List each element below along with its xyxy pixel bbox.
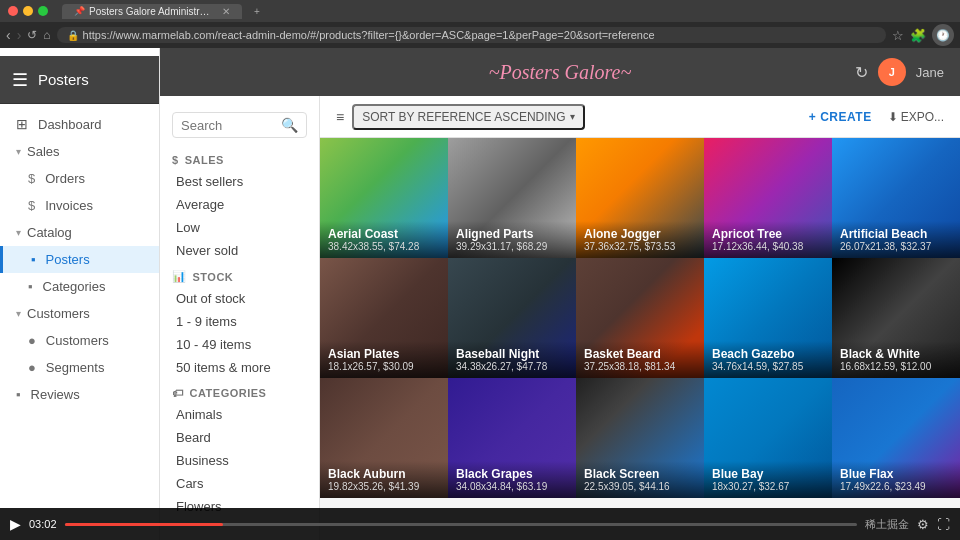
filter-option-50-more[interactable]: 50 items & more [160, 356, 319, 379]
tab-title: Posters Galore Administration [89, 6, 214, 17]
create-button[interactable]: + CREATE [801, 106, 880, 128]
card-subtitle: 26.07x21.38, $32.37 [840, 241, 952, 252]
sidebar-item-dashboard[interactable]: ⊞ Dashboard [0, 110, 159, 138]
filter-option-1-9[interactable]: 1 - 9 items [160, 310, 319, 333]
sidebar-group-catalog[interactable]: ▾ Catalog [0, 219, 159, 246]
filter-option-beard[interactable]: Beard [160, 426, 319, 449]
chevron-sales-icon: ▾ [16, 146, 21, 157]
ssl-icon: 🔒 [67, 30, 79, 41]
product-card-basket-beard[interactable]: Basket Beard 37.25x38.18, $81.34 [576, 258, 704, 378]
card-title: Aerial Coast [328, 227, 440, 241]
card-title: Basket Beard [584, 347, 696, 361]
sidebar-label: Categories [43, 279, 106, 294]
product-card-black-white[interactable]: Black & White 16.68x12.59, $12.00 [832, 258, 960, 378]
play-button[interactable]: ▶ [10, 516, 21, 532]
filter-option-animals[interactable]: Animals [160, 403, 319, 426]
sidebar-label-customers: Customers [46, 333, 109, 348]
person-icon: ● [28, 333, 36, 348]
download-icon: ⬇ [888, 110, 898, 124]
sidebar-item-categories[interactable]: ▪ Categories [0, 273, 159, 300]
search-input[interactable] [181, 118, 277, 133]
url-input[interactable] [83, 29, 876, 41]
sidebar-item-orders[interactable]: $ Orders [0, 165, 159, 192]
extensions-icon[interactable]: 🧩 [910, 28, 926, 43]
sort-button[interactable]: SORT BY REFERENCE ASCENDING ▾ [352, 104, 584, 130]
sales-filter-title: SALES [185, 154, 224, 166]
plus-icon: + [809, 110, 817, 124]
sidebar-label: Dashboard [38, 117, 102, 132]
card-subtitle: 34.38x26.27, $47.78 [456, 361, 568, 372]
home-button[interactable]: ⌂ [43, 28, 50, 42]
card-title: Artificial Beach [840, 227, 952, 241]
dashboard-icon: ⊞ [16, 116, 28, 132]
product-card-black-auburn[interactable]: Black Auburn 19.82x35.26, $41.39 [320, 378, 448, 498]
filter-option-business[interactable]: Business [160, 449, 319, 472]
dollar-icon: $ [28, 171, 35, 186]
sort-filter-icon: ≡ [336, 109, 344, 125]
watermark-text: 稀土掘金 [865, 517, 909, 532]
sidebar: ☰ Posters ⊞ Dashboard ▾ Sales $ Orders $… [0, 48, 160, 540]
card-subtitle: 34.76x14.59, $27.85 [712, 361, 824, 372]
filter-section-sales: $ SALES [160, 146, 319, 170]
product-card-aligned-parts[interactable]: Aligned Parts 39.29x31.17, $68.29 [448, 138, 576, 258]
filter-option-out-of-stock[interactable]: Out of stock [160, 287, 319, 310]
hamburger-icon[interactable]: ☰ [12, 69, 28, 91]
card-title: Baseball Night [456, 347, 568, 361]
product-card-black-screen[interactable]: Black Screen 22.5x39.05, $44.16 [576, 378, 704, 498]
sidebar-label-segments: Segments [46, 360, 105, 375]
avatar[interactable]: J [878, 58, 906, 86]
product-card-blue-bay[interactable]: Blue Bay 18x30.27, $32.67 [704, 378, 832, 498]
filter-option-best-sellers[interactable]: Best sellers [160, 170, 319, 193]
filter-option-10-49[interactable]: 10 - 49 items [160, 333, 319, 356]
product-card-asian-plates[interactable]: Asian Plates 18.1x26.57, $30.09 [320, 258, 448, 378]
search-icon: 🔍 [281, 117, 298, 133]
product-card-blue-flax[interactable]: Blue Flax 17.49x22.6, $23.49 [832, 378, 960, 498]
product-card-beach-gazebo[interactable]: Beach Gazebo 34.76x14.59, $27.85 [704, 258, 832, 378]
product-card-aerial-coast[interactable]: Aerial Coast 38.42x38.55, $74.28 [320, 138, 448, 258]
sidebar-item-reviews[interactable]: ▪ Reviews [0, 381, 159, 408]
product-card-apricot-tree[interactable]: Apricot Tree 17.12x36.44, $40.38 [704, 138, 832, 258]
card-subtitle: 22.5x39.05, $44.16 [584, 481, 696, 492]
bookmark-icon[interactable]: ☆ [892, 28, 904, 43]
sidebar-item-invoices[interactable]: $ Invoices [0, 192, 159, 219]
filter-option-low[interactable]: Low [160, 216, 319, 239]
filter-option-never-sold[interactable]: Never sold [160, 239, 319, 262]
video-time: 03:02 [29, 518, 57, 530]
settings-icon[interactable]: ⚙ [917, 517, 929, 532]
filter-option-average[interactable]: Average [160, 193, 319, 216]
card-title: Black Auburn [328, 467, 440, 481]
fullscreen-icon[interactable]: ⛶ [937, 517, 950, 532]
product-card-baseball-night[interactable]: Baseball Night 34.38x26.27, $47.78 [448, 258, 576, 378]
product-card-black-grapes[interactable]: Black Grapes 34.08x34.84, $63.19 [448, 378, 576, 498]
product-card-alone-jogger[interactable]: Alone Jogger 37.36x32.75, $73.53 [576, 138, 704, 258]
card-subtitle: 34.08x34.84, $63.19 [456, 481, 568, 492]
sidebar-item-segments[interactable]: ● Segments [0, 354, 159, 381]
review-icon: ▪ [16, 387, 21, 402]
card-title: Black Grapes [456, 467, 568, 481]
sidebar-item-posters[interactable]: ▪ Posters [0, 246, 159, 273]
card-title: Aligned Parts [456, 227, 568, 241]
sidebar-group-sales[interactable]: ▾ Sales [0, 138, 159, 165]
filter-option-cars[interactable]: Cars [160, 472, 319, 495]
progress-bar[interactable] [65, 523, 857, 526]
main-content: ≡ SORT BY REFERENCE ASCENDING ▾ + CREATE… [320, 96, 960, 540]
sidebar-item-customers[interactable]: ● Customers [0, 327, 159, 354]
segment-icon: ● [28, 360, 36, 375]
card-subtitle: 16.68x12.59, $12.00 [840, 361, 952, 372]
product-card-artificial-beach[interactable]: Artificial Beach 26.07x21.38, $32.37 [832, 138, 960, 258]
card-subtitle: 38.42x38.55, $74.28 [328, 241, 440, 252]
tab-close-icon[interactable]: ✕ [222, 6, 230, 17]
export-label: EXPO... [901, 110, 944, 124]
chevron-catalog-icon: ▾ [16, 227, 21, 238]
filter-section-categories: 🏷 CATEGORIES [160, 379, 319, 403]
back-button[interactable]: ‹ [6, 27, 11, 43]
chevron-sort-icon: ▾ [570, 111, 575, 122]
reload-button[interactable]: ↺ [27, 28, 37, 42]
refresh-icon[interactable]: ↻ [855, 63, 868, 82]
app-subtitle: ~Posters Galore~ [489, 61, 632, 84]
sidebar-group-customers[interactable]: ▾ Customers [0, 300, 159, 327]
sidebar-label-reviews: Reviews [31, 387, 80, 402]
forward-button[interactable]: › [17, 27, 22, 43]
export-button[interactable]: ⬇ EXPO... [888, 110, 944, 124]
stock-filter-icon: 📊 [172, 270, 187, 283]
